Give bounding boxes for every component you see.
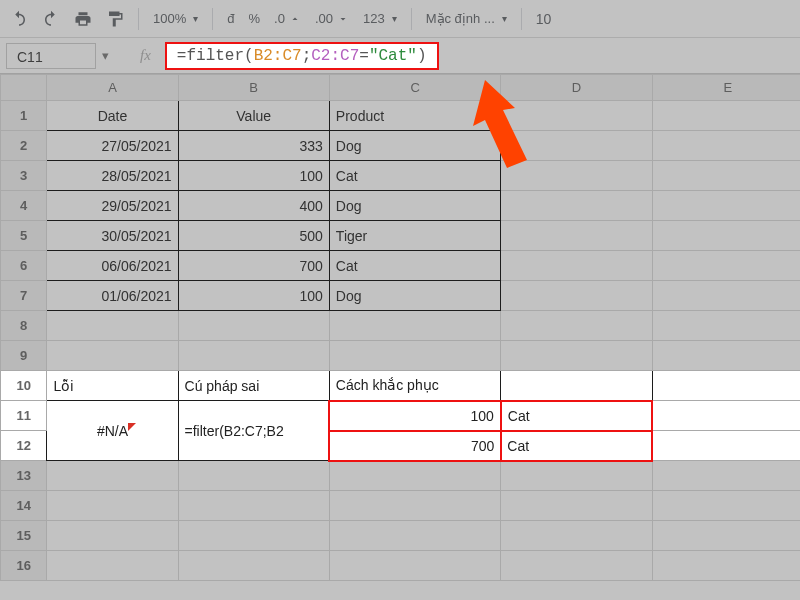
row-header[interactable]: 14 bbox=[1, 491, 47, 521]
cell[interactable] bbox=[501, 341, 652, 371]
cell-D11[interactable]: Cat bbox=[501, 401, 652, 431]
cell-B3[interactable]: 100 bbox=[178, 161, 329, 191]
cell[interactable] bbox=[329, 311, 500, 341]
cell-C12[interactable]: 700 bbox=[329, 431, 500, 461]
cell[interactable] bbox=[178, 341, 329, 371]
col-header-E[interactable]: E bbox=[652, 75, 800, 101]
cell-D2[interactable] bbox=[501, 131, 652, 161]
cell[interactable] bbox=[47, 341, 178, 371]
cell-E1[interactable] bbox=[652, 101, 800, 131]
cell-B7[interactable]: 100 bbox=[178, 281, 329, 311]
cell-E3[interactable] bbox=[652, 161, 800, 191]
row-header[interactable]: 15 bbox=[1, 521, 47, 551]
decrease-decimal-icon[interactable]: .0 bbox=[274, 10, 301, 28]
redo-icon[interactable] bbox=[42, 10, 60, 28]
currency-icon[interactable]: đ bbox=[227, 11, 234, 26]
row-header[interactable]: 1 bbox=[1, 101, 47, 131]
cell[interactable] bbox=[178, 551, 329, 581]
col-header-C[interactable]: C bbox=[329, 75, 500, 101]
undo-icon[interactable] bbox=[10, 10, 28, 28]
font-size-input[interactable]: 10 bbox=[536, 11, 552, 27]
paint-format-icon[interactable] bbox=[106, 10, 124, 28]
cell[interactable] bbox=[652, 311, 800, 341]
cell-C5[interactable]: Tiger bbox=[329, 221, 500, 251]
cell-C1[interactable]: Product bbox=[329, 101, 500, 131]
cell-D3[interactable] bbox=[501, 161, 652, 191]
row-header[interactable]: 6 bbox=[1, 251, 47, 281]
row-header[interactable]: 11 bbox=[1, 401, 47, 431]
cell[interactable] bbox=[47, 521, 178, 551]
row-header[interactable]: 12 bbox=[1, 431, 47, 461]
cell-D4[interactable] bbox=[501, 191, 652, 221]
cell[interactable] bbox=[178, 521, 329, 551]
cell-D10[interactable] bbox=[501, 371, 652, 401]
cell[interactable] bbox=[178, 311, 329, 341]
cell-C6[interactable]: Cat bbox=[329, 251, 500, 281]
cell[interactable] bbox=[329, 551, 500, 581]
cell-B2[interactable]: 333 bbox=[178, 131, 329, 161]
col-header-A[interactable]: A bbox=[47, 75, 178, 101]
cell-A3[interactable]: 28/05/2021 bbox=[47, 161, 178, 191]
cell[interactable] bbox=[329, 341, 500, 371]
cell-E10[interactable] bbox=[652, 371, 800, 401]
cell[interactable] bbox=[178, 491, 329, 521]
cell[interactable] bbox=[47, 551, 178, 581]
cell-A7[interactable]: 01/06/2021 bbox=[47, 281, 178, 311]
cell-D5[interactable] bbox=[501, 221, 652, 251]
cell-A1[interactable]: Date bbox=[47, 101, 178, 131]
row-header[interactable]: 10 bbox=[1, 371, 47, 401]
row-header[interactable]: 3 bbox=[1, 161, 47, 191]
cell[interactable] bbox=[652, 521, 800, 551]
cell-D6[interactable] bbox=[501, 251, 652, 281]
row-header[interactable]: 5 bbox=[1, 221, 47, 251]
cell-D12[interactable]: Cat bbox=[501, 431, 652, 461]
row-header[interactable]: 4 bbox=[1, 191, 47, 221]
cell-E6[interactable] bbox=[652, 251, 800, 281]
cell-E4[interactable] bbox=[652, 191, 800, 221]
cell-B6[interactable]: 700 bbox=[178, 251, 329, 281]
cell[interactable] bbox=[501, 461, 652, 491]
cell[interactable] bbox=[501, 551, 652, 581]
cell-C3[interactable]: Cat bbox=[329, 161, 500, 191]
cell-A5[interactable]: 30/05/2021 bbox=[47, 221, 178, 251]
cell[interactable] bbox=[178, 461, 329, 491]
cell-A6[interactable]: 06/06/2021 bbox=[47, 251, 178, 281]
cell-E7[interactable] bbox=[652, 281, 800, 311]
cell-B10[interactable]: Cú pháp sai bbox=[178, 371, 329, 401]
cell-C7[interactable]: Dog bbox=[329, 281, 500, 311]
percent-icon[interactable]: % bbox=[248, 11, 260, 26]
print-icon[interactable] bbox=[74, 10, 92, 28]
cell-C2[interactable]: Dog bbox=[329, 131, 500, 161]
cell[interactable] bbox=[652, 341, 800, 371]
row-header[interactable]: 16 bbox=[1, 551, 47, 581]
cell[interactable] bbox=[501, 311, 652, 341]
cell[interactable] bbox=[652, 491, 800, 521]
row-header[interactable]: 8 bbox=[1, 311, 47, 341]
cell-E2[interactable] bbox=[652, 131, 800, 161]
number-format-dropdown[interactable]: 123 bbox=[363, 11, 397, 26]
cell[interactable] bbox=[47, 461, 178, 491]
cell-E5[interactable] bbox=[652, 221, 800, 251]
cell[interactable] bbox=[501, 521, 652, 551]
name-box-dropdown-icon[interactable]: ▾ bbox=[96, 48, 114, 63]
cell[interactable] bbox=[652, 551, 800, 581]
cell-E11[interactable] bbox=[652, 401, 800, 431]
cell-B11[interactable]: =filter(B2:C7;B2 bbox=[178, 401, 329, 461]
cell-B1[interactable]: Value bbox=[178, 101, 329, 131]
zoom-dropdown[interactable]: 100% bbox=[153, 11, 198, 26]
col-header-D[interactable]: D bbox=[501, 75, 652, 101]
cell-C10[interactable]: Cách khắc phục bbox=[329, 371, 500, 401]
row-header[interactable]: 13 bbox=[1, 461, 47, 491]
cell[interactable] bbox=[652, 461, 800, 491]
cell[interactable] bbox=[329, 461, 500, 491]
cell-A11[interactable]: #N/A bbox=[47, 401, 178, 461]
row-header[interactable]: 7 bbox=[1, 281, 47, 311]
cell-D7[interactable] bbox=[501, 281, 652, 311]
row-header[interactable]: 2 bbox=[1, 131, 47, 161]
formula-input[interactable]: =filter(B2:C7;C2:C7="Cat") bbox=[165, 42, 439, 70]
cell[interactable] bbox=[47, 311, 178, 341]
cell-C11[interactable]: 100 bbox=[329, 401, 500, 431]
cell-B5[interactable]: 500 bbox=[178, 221, 329, 251]
corner-cell[interactable] bbox=[1, 75, 47, 101]
spreadsheet-grid[interactable]: A B C D E 1 Date Value Product 2 27/05/2… bbox=[0, 74, 800, 600]
